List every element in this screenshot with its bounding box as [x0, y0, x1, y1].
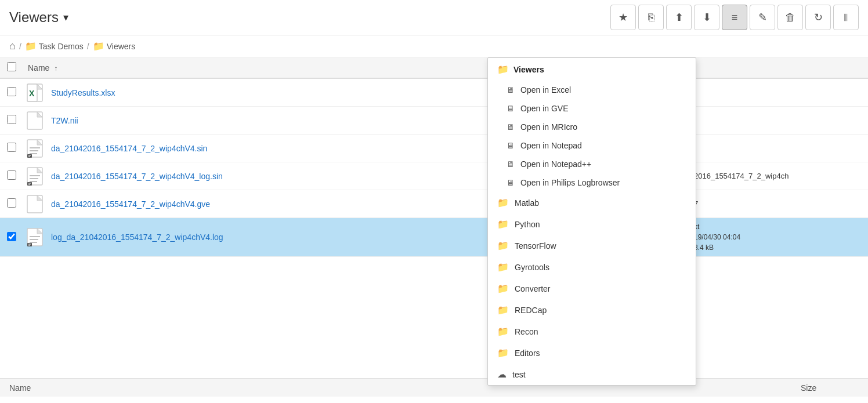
edit-button[interactable]: ✎ [750, 5, 775, 30]
menu-item-test[interactable]: ☁ test [488, 364, 696, 385]
select-all-checkbox[interactable] [7, 62, 16, 71]
menu-item-label: TensorFlow [515, 241, 556, 250]
file-extra-4: 2016_1554174_7_2_wip4ch [694, 172, 868, 180]
header-check-col [0, 62, 23, 73]
svg-rect-30 [27, 243, 32, 246]
menu-item-label: Open in Philips Logbrowser [520, 178, 620, 187]
excel-file-icon: X [27, 83, 43, 102]
menu-item-label: test [512, 370, 526, 379]
text-file-icon [27, 139, 43, 158]
folder-icon-matlab: 📁 [497, 197, 509, 208]
page-title: Viewers [9, 9, 59, 26]
file-name-link-5[interactable]: da_21042016_1554174_7_2_wip4chV4.gve [51, 199, 210, 209]
extra-line-3: 8.4 kB [694, 242, 863, 253]
row-check-4 [0, 170, 23, 181]
monitor-icon-mricro: 🖥 [507, 122, 515, 132]
row-check-3 [0, 143, 23, 154]
columns-button[interactable]: ⦀ [833, 5, 859, 30]
file-icon-wrap-2 [23, 111, 46, 130]
toolbar: ★⎘⬆⬇≡✎🗑↻⦀ [610, 5, 859, 30]
bottom-name-col: Name [9, 383, 859, 393]
menu-item-label: Open in Notepad++ [520, 159, 591, 169]
menu-item-converter[interactable]: 📁 Converter [488, 278, 696, 299]
header: Viewers ▾ ★⎘⬆⬇≡✎🗑↻⦀ [0, 0, 868, 35]
folder-icon-recon: 📁 [497, 326, 509, 337]
breadcrumb-task-demos[interactable]: 📁 Task Demos [25, 41, 84, 52]
menu-item-label: Open in Excel [520, 85, 571, 95]
monitor-icon-philips: 🖥 [507, 178, 515, 187]
text-file-icon-3 [27, 228, 43, 246]
folder-icon: 📁 [25, 41, 37, 52]
row-check-6 [0, 232, 23, 243]
menu-item-label: Gyrotools [515, 263, 549, 272]
share-button[interactable]: ⎘ [638, 5, 664, 30]
table-row: da_21042016_1554174_7_2_wip4chV4.sin Tex… [0, 135, 868, 162]
upload-button[interactable]: ⬆ [666, 5, 692, 30]
refresh-button[interactable]: ↻ [805, 5, 831, 30]
bookmark-button[interactable]: ★ [610, 5, 636, 30]
cloud-icon-test: ☁ [497, 369, 507, 380]
menu-item-redcap[interactable]: 📁 REDCap [488, 299, 696, 321]
bottom-bar: Name Size [0, 378, 868, 397]
menu-item-gyrotools[interactable]: 📁 Gyrotools [488, 256, 696, 278]
breadcrumb-viewers[interactable]: 📁 Viewers [93, 41, 136, 52]
file-name-link-4[interactable]: da_21042016_1554174_7_2_wip4chV4_log.sin [51, 172, 223, 181]
file-extra-6: xt 19/04/30 04:04 8.4 kB [694, 222, 868, 253]
table-row: da_21042016_1554174_7_2_wip4chV4.gve Unk… [0, 190, 868, 218]
menu-item-open-excel[interactable]: 🖥 Open in Excel [488, 81, 696, 99]
menu-item-label: Open in MRIcro [520, 122, 577, 132]
monitor-icon-excel: 🖥 [507, 85, 515, 95]
breadcrumb-sep-1: / [19, 42, 21, 51]
row-checkbox-1[interactable] [7, 87, 16, 96]
menu-item-open-notepad[interactable]: 🖥 Open in Notepad [488, 136, 696, 155]
extra-line-2: 19/04/30 04:04 [694, 232, 863, 242]
row-checkbox-4[interactable] [7, 170, 16, 180]
name-col-label: Name [28, 63, 49, 72]
breadcrumb: ⌂ / 📁 Task Demos / 📁 Viewers [0, 35, 868, 57]
folder-icon-python: 📁 [497, 219, 509, 230]
menu-item-recon[interactable]: 📁 Recon [488, 321, 696, 342]
dropdown-viewers-header[interactable]: 📁 Viewers [488, 58, 696, 81]
menu-item-matlab[interactable]: 📁 Matlab [488, 192, 696, 213]
file-name-link-3[interactable]: da_21042016_1554174_7_2_wip4chV4.sin [51, 144, 207, 153]
menu-item-open-mricro[interactable]: 🖥 Open in MRIcro [488, 118, 696, 136]
menu-item-open-gve[interactable]: 🖥 Open in GVE [488, 99, 696, 118]
table-header: Name ↑ Type [0, 57, 868, 79]
monitor-icon-gve: 🖥 [507, 104, 515, 113]
menu-item-label: Converter [515, 284, 550, 293]
menu-item-tensorflow[interactable]: 📁 TensorFlow [488, 235, 696, 256]
svg-rect-20 [27, 182, 32, 186]
menu-item-python[interactable]: 📁 Python [488, 213, 696, 235]
svg-rect-12 [27, 154, 32, 158]
file-table: Name ↑ Type X St [0, 57, 868, 397]
file-name-link-1[interactable]: StudyResults.xlsx [51, 88, 115, 97]
folder-icon-gyrotools: 📁 [497, 262, 509, 273]
row-checkbox-5[interactable] [7, 198, 16, 208]
menu-item-label: Matlab [515, 198, 539, 208]
sort-arrow: ↑ [54, 64, 57, 72]
generic-file-icon [27, 111, 43, 130]
folder-icon-redcap: 📁 [497, 304, 509, 315]
extra-line-1: xt [694, 222, 863, 232]
menu-item-open-philips[interactable]: 🖥 Open in Philips Logbrowser [488, 173, 696, 192]
breadcrumb-label-task-demos: Task Demos [39, 42, 84, 51]
folder-icon-editors: 📁 [497, 347, 509, 358]
menu-item-open-notepadpp[interactable]: 🖥 Open in Notepad++ [488, 155, 696, 173]
table-row: T2W.nii Unknown File [0, 107, 868, 135]
monitor-icon-notepad: 🖥 [507, 141, 515, 150]
file-icon-wrap-1: X [23, 83, 46, 102]
download-button[interactable]: ⬇ [694, 5, 719, 30]
file-name-link-6[interactable]: log_da_21042016_1554174_7_2_wip4chV4.log [51, 233, 223, 242]
row-check-1 [0, 87, 23, 98]
home-icon[interactable]: ⌂ [9, 40, 16, 52]
row-checkbox-2[interactable] [7, 115, 16, 124]
menu-item-editors[interactable]: 📁 Editors [488, 342, 696, 364]
row-checkbox-3[interactable] [7, 143, 16, 152]
row-checkbox-6[interactable] [7, 232, 16, 241]
header-left: Viewers ▾ [9, 9, 68, 26]
folder-icon-tensorflow: 📁 [497, 240, 509, 251]
title-dropdown-arrow[interactable]: ▾ [63, 11, 68, 24]
delete-button[interactable]: 🗑 [777, 5, 803, 30]
file-name-link-2[interactable]: T2W.nii [51, 116, 78, 125]
list-button[interactable]: ≡ [722, 5, 747, 30]
